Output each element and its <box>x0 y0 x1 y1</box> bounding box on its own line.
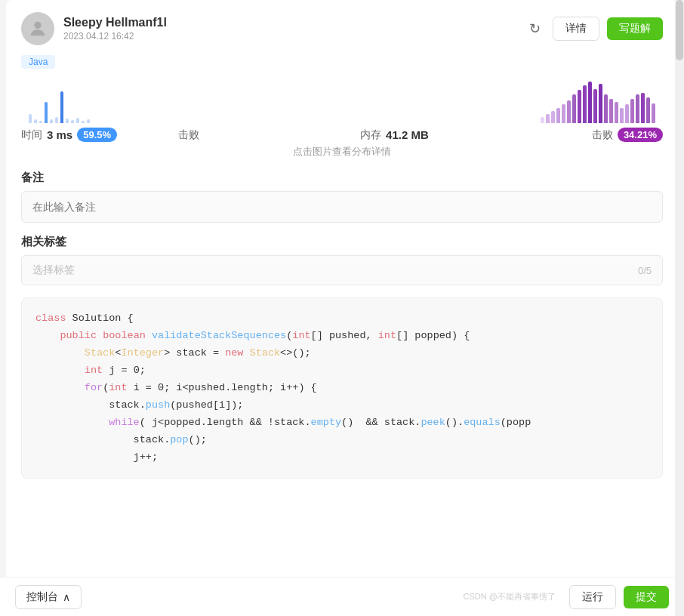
code-line: int j = 0; <box>35 362 649 380</box>
bar <box>50 119 53 123</box>
chart-area[interactable] <box>21 78 663 123</box>
time-chart <box>29 91 342 123</box>
bar <box>551 111 555 123</box>
bottom-right: CSDN @不能再省事愣了 运行 提交 <box>464 585 669 609</box>
bar <box>71 120 74 123</box>
refresh-button[interactable]: ↻ <box>525 16 545 42</box>
console-label: 控制台 <box>26 590 58 604</box>
detail-button[interactable]: 详情 <box>553 17 599 41</box>
scrollbar[interactable] <box>675 0 684 616</box>
svg-point-0 <box>34 22 41 29</box>
memory-value: 41.2 MB <box>386 128 429 141</box>
bar <box>39 121 42 123</box>
java-tag: Java <box>21 55 55 69</box>
avatar <box>21 12 54 45</box>
code-line: Stack<Integer> stack = new Stack<>(); <box>35 345 649 362</box>
user-icon <box>27 18 48 39</box>
bar <box>87 119 90 123</box>
bar <box>82 121 85 123</box>
bar <box>76 118 79 123</box>
user-info: Sleepy Hellmanf1l 2023.04.12 16:42 <box>63 16 167 42</box>
bar <box>652 103 655 123</box>
bar <box>620 108 624 123</box>
code-line: class Solution { <box>35 310 649 328</box>
bar <box>541 117 544 123</box>
defeat-label2: 击败 <box>592 128 613 142</box>
header: Sleepy Hellmanf1l 2023.04.12 16:42 ↻ 详情 … <box>21 12 663 45</box>
username: Sleepy Hellmanf1l <box>63 16 167 29</box>
time-label: 时间 <box>21 128 42 142</box>
bar <box>29 114 32 123</box>
write-solution-button[interactable]: 写题解 <box>607 17 663 40</box>
chevron-up-icon: ∧ <box>63 591 70 603</box>
time-value: 3 ms <box>47 128 72 141</box>
notes-input[interactable] <box>21 191 663 223</box>
code-line: for(int i = 0; i<pushed.length; i++) { <box>35 380 649 397</box>
bar <box>583 85 587 123</box>
tags-count: 0/5 <box>638 265 652 276</box>
defeat-stat2: 击败 34.21% <box>542 128 663 142</box>
tags-label: 相关标签 <box>21 235 663 249</box>
code-line: stack.push(pushed[i]); <box>35 397 649 414</box>
time-badge: 59.5% <box>77 128 117 142</box>
header-left: Sleepy Hellmanf1l 2023.04.12 16:42 <box>21 12 167 45</box>
tags-selector[interactable]: 选择标签 0/5 <box>21 255 663 285</box>
console-button[interactable]: 控制台 ∧ <box>15 585 82 609</box>
timestamp: 2023.04.12 16:42 <box>63 31 167 42</box>
code-block: class Solution { public boolean validate… <box>21 297 663 479</box>
bar <box>562 104 565 123</box>
notes-label: 备注 <box>21 171 663 185</box>
bar <box>588 82 592 123</box>
code-line: j++; <box>35 449 649 467</box>
bar <box>55 117 58 123</box>
scrollbar-thumb[interactable] <box>676 0 683 60</box>
bar <box>546 114 550 123</box>
memory-chart <box>342 82 655 123</box>
perf-stats: 时间 3 ms 59.5% 击败 内存 41.2 MB 击败 34.21% <box>21 128 663 142</box>
defeat-stat1: 击败 <box>178 128 299 142</box>
defeat-label1: 击败 <box>178 128 199 142</box>
header-right: ↻ 详情 写题解 <box>525 16 663 42</box>
notes-section: 备注 <box>21 171 663 235</box>
bar <box>646 97 650 123</box>
memory-label: 内存 <box>360 128 381 142</box>
run-button[interactable]: 运行 <box>569 585 616 609</box>
bar <box>599 84 602 123</box>
bar <box>625 104 629 123</box>
bar <box>556 108 560 123</box>
bottom-bar: 控制台 ∧ CSDN @不能再省事愣了 运行 提交 <box>0 577 684 616</box>
memory-badge: 34.21% <box>618 128 663 142</box>
bar <box>593 89 597 123</box>
bar <box>609 99 613 123</box>
bar-highlight <box>60 91 63 123</box>
tags-placeholder: 选择标签 <box>32 263 75 277</box>
memory-stat: 内存 41.2 MB <box>360 128 481 142</box>
code-line: public boolean validateStackSequences(in… <box>35 328 649 345</box>
chart-caption: 点击图片查看分布详情 <box>21 145 663 159</box>
bar <box>636 94 639 123</box>
time-stat: 时间 3 ms 59.5% <box>21 128 142 142</box>
bar <box>641 93 645 123</box>
bar <box>578 90 581 123</box>
bar <box>615 102 618 123</box>
bar <box>567 100 571 123</box>
code-line: while( j<popped.length && !stack.empty()… <box>35 414 649 432</box>
tags-section: 相关标签 选择标签 0/5 <box>21 235 663 285</box>
bar <box>572 94 576 123</box>
bar <box>630 99 634 123</box>
submit-button[interactable]: 提交 <box>624 586 669 608</box>
code-line: stack.pop(); <box>35 432 649 449</box>
bar <box>45 102 48 123</box>
bar <box>604 94 608 123</box>
bar <box>34 119 37 123</box>
performance-section: 时间 3 ms 59.5% 击败 内存 41.2 MB 击败 34.21% 点击… <box>21 78 663 159</box>
bar <box>66 119 69 123</box>
watermark: CSDN @不能再省事愣了 <box>464 591 556 602</box>
